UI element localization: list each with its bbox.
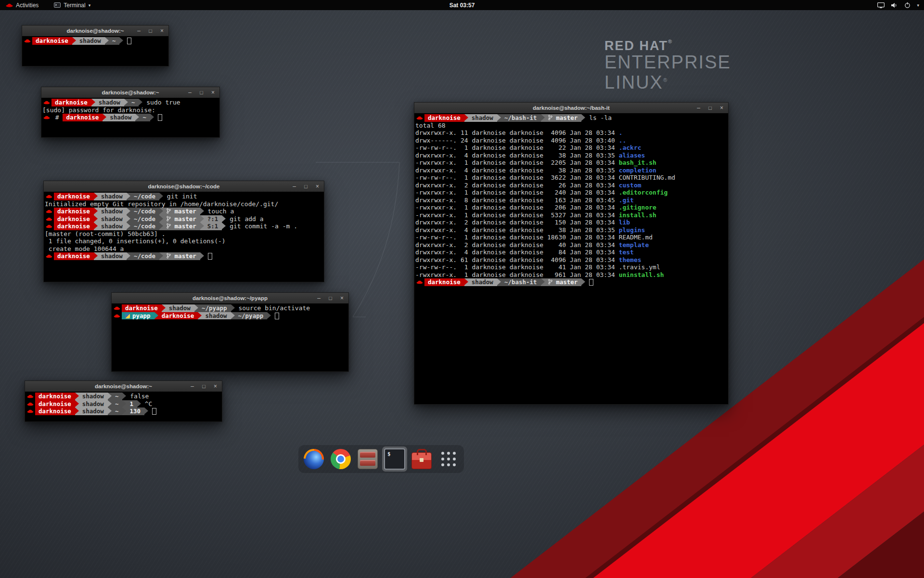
prompt-segment-host: shadow (202, 312, 231, 320)
redhat-prompt-icon (23, 37, 32, 45)
terminal-line: darknoiseshadow~130 (26, 407, 221, 415)
minimize-button[interactable]: – (136, 28, 142, 34)
terminal-text: -rwxrwxr-x. 1 darknoise darknoise 206 Ja… (415, 204, 619, 211)
minimize-button[interactable]: – (695, 105, 702, 111)
prompt-segment-path: ~/code (130, 193, 159, 200)
prompt-segment-git: master (545, 278, 582, 286)
terminal-content[interactable]: darknoiseshadow~/bash-it master ls -lato… (414, 113, 728, 404)
chevron-down-icon[interactable]: ▾ (917, 3, 919, 8)
close-button[interactable]: × (719, 105, 725, 111)
terminal-content[interactable]: darknoiseshadow~ falsedarknoiseshadow~1 … (25, 392, 222, 421)
minimize-button[interactable]: – (189, 383, 195, 389)
prompt-segment-user: darknoise (35, 400, 75, 408)
dock-terminal-button[interactable] (382, 447, 407, 472)
prompt-segment-host: shadow (468, 278, 497, 286)
terminal-content[interactable]: darknoiseshadow~/code git initInitialize… (44, 192, 324, 282)
powerline-separator-icon (72, 37, 76, 45)
activities-button[interactable]: Activities (4, 0, 40, 10)
power-icon[interactable] (904, 2, 911, 8)
dock-files-button[interactable] (355, 447, 380, 472)
display-icon[interactable] (877, 2, 885, 8)
prompt-segment-git: master (163, 215, 200, 223)
terminal-window[interactable]: darknoise@shadow:~/bash-it – □ × darknoi… (414, 102, 729, 405)
maximize-button[interactable]: □ (707, 105, 713, 111)
minimize-button[interactable]: – (316, 295, 322, 301)
app-menu-terminal[interactable]: Terminal ▾ (52, 0, 92, 10)
close-button[interactable]: × (212, 383, 218, 389)
terminal-line: -rwxrwxr-x. 1 darknoise darknoise 240 Ja… (415, 189, 727, 197)
powerline-separator-icon (124, 99, 128, 106)
terminal-line: darknoiseshadow~ sudo true (42, 99, 218, 106)
redhat-prompt-icon (45, 215, 54, 223)
terminal-line: drwxrwxr-x. 4 darknoise darknoise 38 Jan… (415, 226, 727, 234)
terminal-text: 1 file changed, 0 insertions(+), 0 delet… (45, 237, 226, 245)
powerline-separator-icon (267, 312, 271, 320)
close-button[interactable]: × (339, 295, 345, 301)
terminal-content[interactable]: darknoiseshadow~/pyapp source bin/activa… (112, 303, 348, 371)
minimize-button[interactable]: – (187, 90, 193, 95)
terminal-text: git add a (226, 215, 263, 223)
terminal-cursor (589, 279, 593, 286)
maximize-button[interactable]: □ (327, 295, 334, 301)
prompt-segment-host: shadow (166, 304, 194, 312)
minimize-button[interactable]: – (291, 184, 297, 189)
terminal-line: -rwxrwxr-x. 1 darknoise darknoise 961 Ja… (415, 271, 727, 279)
powerline-separator-icon (127, 193, 130, 200)
terminal-window[interactable]: darknoise@shadow:~/pyapp – □ × darknoise… (111, 292, 349, 372)
window-titlebar[interactable]: darknoise@shadow:~/bash-it – □ × (414, 103, 728, 114)
prompt-segment-exit: 1 (126, 400, 137, 408)
maximize-button[interactable]: □ (147, 28, 154, 34)
prompt-segment-user: darknoise (35, 407, 75, 415)
terminal-window[interactable]: darknoise@shadow:~/code – □ × darknoises… (43, 181, 324, 282)
prompt-segment-path: ~/pyapp (198, 304, 231, 312)
window-titlebar[interactable]: darknoise@shadow:~/pyapp – □ × (112, 293, 348, 304)
prompt-segment-user: darknoise (35, 393, 75, 400)
terminal-line: darknoiseshadow~ (23, 37, 167, 45)
powerline-separator-icon (127, 223, 130, 230)
close-button[interactable]: × (159, 28, 165, 34)
terminal-line: -rw-rw-r--. 1 darknoise darknoise 22 Jan… (415, 144, 727, 152)
terminal-icon (384, 448, 405, 470)
terminal-content[interactable]: darknoiseshadow~ (22, 36, 168, 66)
maximize-button[interactable]: □ (303, 184, 309, 189)
powerline-separator-icon (497, 114, 501, 122)
powerline-separator-icon (94, 193, 98, 200)
file-name: aliases (619, 152, 645, 159)
file-name: custom (619, 182, 642, 189)
close-button[interactable]: × (210, 90, 216, 95)
powerline-separator-icon (127, 252, 130, 260)
terminal-text: -rwxrwxr-x. 1 darknoise darknoise 2205 J… (415, 159, 619, 166)
terminal-text: drwxrwxr-x. 2 darknoise darknoise 26 Jan… (415, 182, 619, 189)
window-titlebar[interactable]: darknoise@shadow:~/code – □ × (44, 181, 324, 192)
terminal-text: drwxrwxr-x. 4 darknoise darknoise 84 Jan… (415, 249, 619, 256)
clock[interactable]: Sat 03:57 (449, 2, 475, 9)
volume-icon[interactable] (891, 2, 898, 8)
prompt-segment-host: shadow (98, 252, 127, 260)
window-titlebar[interactable]: darknoise@shadow:~ – □ × (25, 381, 222, 392)
powerline-separator-icon (108, 400, 112, 408)
terminal-content[interactable]: darknoiseshadow~ sudo true[sudo] passwor… (41, 98, 219, 137)
powerline-separator-icon (108, 393, 112, 400)
dock-firefox-button[interactable] (301, 447, 326, 472)
terminal-window[interactable]: darknoise@shadow:~ – □ × darknoiseshadow… (41, 87, 220, 138)
terminal-window[interactable]: darknoise@shadow:~ – □ × darknoiseshadow… (25, 381, 222, 422)
powerline-separator-icon (200, 208, 204, 215)
window-titlebar[interactable]: darknoise@shadow:~ – □ × (41, 87, 219, 98)
redhat-prompt-icon (45, 252, 54, 260)
dock-app-grid-button[interactable] (436, 447, 461, 472)
prompt-segment-host: shadow (98, 215, 127, 223)
prompt-segment-user: darknoise (122, 304, 162, 312)
terminal-line: darknoiseshadow~ false (26, 393, 221, 400)
powerline-separator-icon (200, 252, 204, 260)
maximize-button[interactable]: □ (201, 383, 207, 389)
close-button[interactable]: × (314, 184, 321, 189)
dock-chrome-button[interactable] (328, 447, 353, 472)
prompt-segment-git: master (163, 252, 200, 260)
powerline-separator-icon (127, 208, 130, 215)
prompt-segment-host: shadow (98, 223, 127, 230)
maximize-button[interactable]: □ (198, 90, 205, 95)
powerline-separator-icon (159, 215, 163, 223)
dock-software-button[interactable] (409, 447, 434, 472)
window-titlebar[interactable]: darknoise@shadow:~ – □ × (22, 26, 168, 37)
terminal-window[interactable]: darknoise@shadow:~ – □ × darknoiseshadow… (22, 25, 169, 66)
